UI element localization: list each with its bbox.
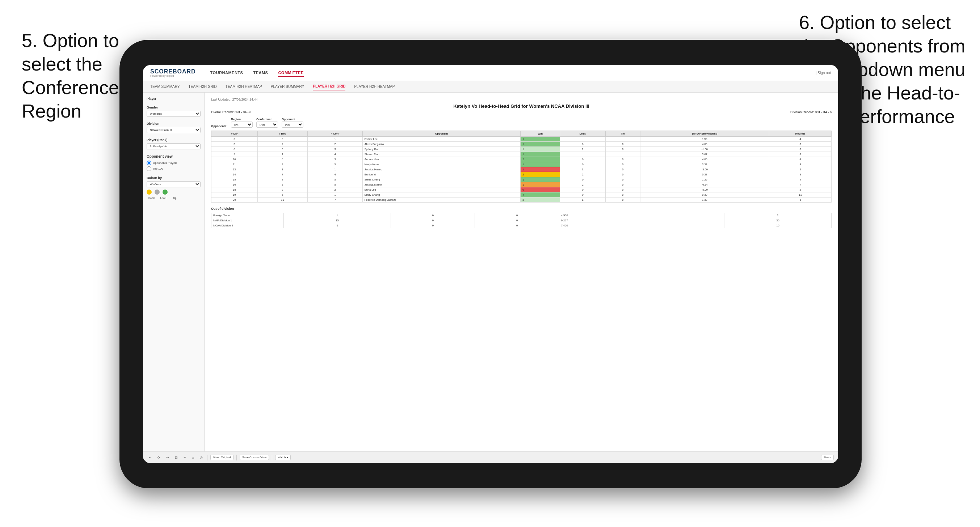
- table-row: 15 8 5 Stella Cheng 1 0 0 1.25 4: [212, 177, 832, 182]
- region-filter-group: Region (All): [231, 117, 253, 128]
- table-row: 9 1 4 Sharon Mun 1 3.67 3: [212, 152, 832, 157]
- ood-body: Foreign Team 1 0 0 4.500 2 NAIA Division…: [212, 213, 832, 228]
- dot-labels: Down Level Up: [146, 197, 200, 199]
- opponents-filter-group: Opponents:: [211, 124, 228, 128]
- col-div: # Div: [212, 131, 258, 137]
- table-row: 14 7 4 Eunice Yi 2 2 0 0.38 9: [212, 172, 832, 177]
- table-header-row: # Div # Reg # Conf Opponent Win Loss Tie…: [212, 131, 832, 137]
- table-row: 11 2 5 Heejo Hyun 1 0 0 3.33 3: [212, 162, 832, 167]
- h2h-table: # Div # Reg # Conf Opponent Win Loss Tie…: [211, 130, 832, 203]
- opponent-filter-group: Opponent (All): [282, 117, 303, 128]
- table-row: 13 1 1 Jessica Huang 1 1 0 -3.00 2: [212, 167, 832, 172]
- conference-filter-label: Conference: [256, 117, 278, 121]
- dot-down: [146, 189, 152, 195]
- toolbar-save-custom-view[interactable]: Save Custom View: [240, 455, 269, 460]
- colour-by-select[interactable]: Win/loss: [146, 181, 200, 187]
- table-row: 6 3 3 Sydney Kuo 1 1 0 -1.00 3: [212, 147, 832, 152]
- subnav-team-h2h-grid[interactable]: TEAM H2H GRID: [189, 83, 217, 90]
- col-reg: # Reg: [258, 131, 308, 137]
- player-rank-label: Player (Rank): [146, 138, 200, 142]
- col-opponent: Opponent: [363, 131, 520, 137]
- opponent-view-radios: Opponents Played Top 100: [146, 160, 200, 171]
- logo-subtitle: Powered by clippd: [150, 75, 196, 78]
- records-row: Overall Record: 353 - 34 - 6 Division Re…: [211, 110, 832, 114]
- radio-opponents-played[interactable]: Opponents Played: [146, 160, 200, 165]
- subnav-player-h2h-heatmap[interactable]: PLAYER H2H HEATMAP: [354, 83, 395, 90]
- dot-level: [154, 189, 160, 195]
- ood-table-row: NCAA Division 2 5 0 0 7.400 10: [212, 223, 832, 228]
- table-row: 5 2 2 Alexis Sudjianto 1 0 0 4.00 3: [212, 142, 832, 147]
- subnav-team-h2h-heatmap[interactable]: TEAM H2H HEATMAP: [226, 83, 262, 90]
- toolbar-view-original[interactable]: View: Original: [210, 455, 233, 460]
- toolbar-grid[interactable]: ⊡: [173, 455, 179, 460]
- sub-navigation: TEAM SUMMARY TEAM H2H GRID TEAM H2H HEAT…: [143, 81, 838, 93]
- ood-table: Foreign Team 1 0 0 4.500 2 NAIA Division…: [211, 213, 832, 228]
- ood-table-row: NAIA Division 1 15 0 0 9.267 30: [212, 218, 832, 223]
- col-diff: Diff Av Strokes/Rnd: [640, 131, 769, 137]
- last-updated: Last Updated: 27/03/2024 14:44: [211, 98, 832, 101]
- table-row: 20 11 7 Federica Domecq Lacroze 2 1 0 1.…: [212, 197, 832, 203]
- ood-table-row: Foreign Team 1 0 0 4.500 2: [212, 213, 832, 218]
- player-section: Player: [146, 97, 200, 100]
- out-of-division-label: Out of division: [211, 207, 832, 211]
- top-navigation: SCOREBOARD Powered by clippd TOURNAMENTS…: [143, 65, 838, 81]
- division-select[interactable]: NCAA Division III: [146, 127, 200, 133]
- left-sidebar: Player Gender Women's Division NCAA Divi…: [143, 93, 205, 463]
- conference-filter-group: Conference (All): [256, 117, 278, 128]
- gender-section: Gender Women's: [146, 106, 200, 117]
- toolbar-divider-2: [236, 455, 237, 460]
- opponent-view-title: Opponent view: [146, 154, 200, 159]
- subnav-player-summary[interactable]: PLAYER SUMMARY: [271, 83, 304, 90]
- division-label: Division: [146, 122, 200, 125]
- opponent-filter-select[interactable]: (All): [282, 122, 303, 128]
- logo-text: SCOREBOARD: [150, 69, 196, 75]
- conference-filter-select[interactable]: (All): [256, 122, 278, 128]
- table-row: 3 3 1 Esther Lee 1 1.50 4: [212, 137, 832, 142]
- toolbar-divider-1: [207, 455, 207, 460]
- toolbar-reset[interactable]: ⟳: [156, 455, 162, 460]
- table-body: 3 3 1 Esther Lee 1 1.50 4 5 2 2 Alexis S…: [212, 137, 832, 203]
- colour-by-label: Colour by: [146, 176, 200, 180]
- toolbar-share[interactable]: Share: [821, 455, 834, 460]
- subnav-player-h2h-grid[interactable]: PLAYER H2H GRID: [313, 83, 345, 90]
- toolbar-divider-3: [272, 455, 272, 460]
- col-loss: Loss: [560, 131, 606, 137]
- toolbar-time[interactable]: ◷: [198, 455, 204, 460]
- player-rank-section: Player (Rank) 8. Katelyn Vo: [146, 138, 200, 149]
- table-row: 18 2 2 Euna Lee 0 0 0 -5.00 2: [212, 187, 832, 192]
- col-tie: Tie: [605, 131, 640, 137]
- tablet-device: SCOREBOARD Powered by clippd TOURNAMENTS…: [119, 40, 862, 488]
- filter-row: Opponents: Region (All) Conference (All): [211, 117, 832, 128]
- division-section: Division NCAA Division III: [146, 122, 200, 133]
- nav-sign-out[interactable]: | Sign out: [816, 71, 831, 75]
- opponent-view-section: Opponent view Opponents Played Top 100: [146, 154, 200, 171]
- division-record: Division Record: 331 - 34 - 6: [790, 110, 832, 114]
- toolbar-watch[interactable]: Watch ▾: [275, 455, 291, 460]
- table-row: 19 6 1 Emily Chang 4 0 0 0.30 11: [212, 192, 832, 197]
- nav-tournaments[interactable]: TOURNAMENTS: [210, 69, 243, 77]
- bottom-toolbar: ↩ ⟳ ↪ ⊡ ✂ ⌂ ◷ View: Original Save Custom…: [143, 451, 838, 463]
- overall-record: Overall Record: 353 - 34 - 6: [211, 110, 251, 114]
- toolbar-home[interactable]: ⌂: [191, 455, 196, 460]
- toolbar-undo[interactable]: ↩: [147, 455, 153, 460]
- player-rank-select[interactable]: 8. Katelyn Vo: [146, 143, 200, 149]
- nav-teams[interactable]: TEAMS: [253, 69, 268, 77]
- toolbar-redo[interactable]: ↪: [165, 455, 170, 460]
- table-row: 16 3 5 Jessica Mason 1 2 0 -0.94 7: [212, 182, 832, 187]
- colour-by-section: Colour by Win/loss Down Level Up: [146, 176, 200, 199]
- opponent-filter-label: Opponent: [282, 117, 303, 121]
- toolbar-cut[interactable]: ✂: [182, 455, 188, 460]
- nav-committee[interactable]: COMMITTEE: [278, 69, 304, 77]
- radio-top100[interactable]: Top 100: [146, 167, 200, 171]
- col-win: Win: [520, 131, 560, 137]
- tablet-screen: SCOREBOARD Powered by clippd TOURNAMENTS…: [143, 65, 838, 463]
- opponents-filter-label: Opponents:: [211, 124, 228, 128]
- logo: SCOREBOARD Powered by clippd: [150, 69, 196, 78]
- gender-select[interactable]: Women's: [146, 111, 200, 117]
- subnav-team-summary[interactable]: TEAM SUMMARY: [150, 83, 180, 90]
- colour-dots: [146, 189, 200, 195]
- main-panel: Last Updated: 27/03/2024 14:44 Katelyn V…: [205, 93, 838, 463]
- col-conf: # Conf: [308, 131, 363, 137]
- region-filter-select[interactable]: (All): [231, 122, 253, 128]
- gender-label: Gender: [146, 106, 200, 109]
